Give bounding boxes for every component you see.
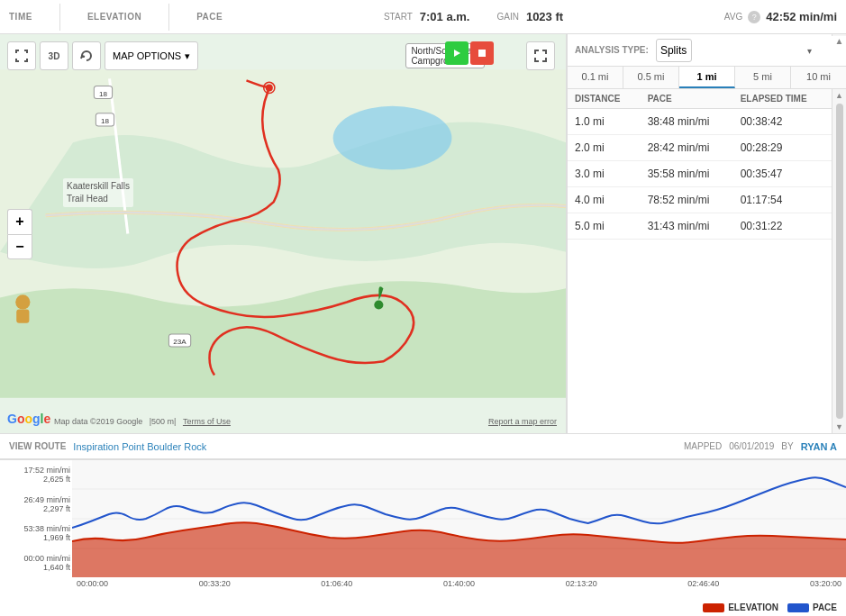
y-label-2: 26:49 min/mi 2,297 ft <box>2 495 70 513</box>
elevation-section: ELEVATION <box>87 12 141 22</box>
x-label-6: 03:20:00 <box>810 579 841 593</box>
table-scroll-down[interactable]: ▼ <box>835 422 843 431</box>
x-label-2: 01:06:40 <box>321 579 352 593</box>
distance-tabs: 0.1 mi 0.5 mi 1 mi 5 mi 10 mi <box>568 67 846 89</box>
gain-value: 1023 ft <box>526 10 563 23</box>
pace-section: PACE <box>196 12 223 22</box>
route-name-link[interactable]: Inspiration Point Boulder Rock <box>73 441 206 452</box>
svg-rect-10 <box>16 310 29 323</box>
chart-y-labels: 17:52 min/mi 2,625 ft 26:49 min/mi 2,297… <box>0 460 72 577</box>
cell-distance-0: 1.0 mi <box>568 109 641 135</box>
pace-legend-label: PACE <box>813 602 837 612</box>
time-section: TIME <box>9 12 32 22</box>
zoom-out-button[interactable]: − <box>7 234 32 259</box>
report-link[interactable]: Report a map error <box>488 417 557 426</box>
avg-value: 42:52 min/mi <box>766 10 837 23</box>
map-toolbar: 3D MAP OPTIONS ▾ <box>7 41 198 70</box>
legend-elevation: ELEVATION <box>703 602 778 612</box>
cell-pace-2: 35:58 min/mi <box>641 161 733 187</box>
svg-rect-1 <box>478 50 486 57</box>
cell-pace-3: 78:52 min/mi <box>641 187 733 213</box>
zoom-controls: + − <box>7 209 32 259</box>
info-icon[interactable]: ? <box>748 11 760 23</box>
divider1 <box>59 4 60 31</box>
y-label-1: 17:52 min/mi 2,625 ft <box>2 466 70 484</box>
elevation-color-swatch <box>703 603 724 612</box>
x-label-5: 02:46:40 <box>687 579 719 593</box>
cell-distance-3: 4.0 mi <box>568 187 641 213</box>
expand-area <box>526 41 555 70</box>
elevation-label: ELEVATION <box>87 12 141 22</box>
refresh-button[interactable] <box>72 41 101 70</box>
content-area: 3D MAP OPTIONS ▾ <box>0 34 846 433</box>
tab-10mi[interactable]: 10 mi <box>791 67 846 88</box>
y-label-4: 00:00 min/mi 1,640 ft <box>2 554 70 572</box>
table-scroll-up[interactable]: ▲ <box>835 91 843 100</box>
splits-table: DISTANCE PACE ELAPSED TIME 1.0 mi 38:48 … <box>568 89 832 240</box>
playback-controls <box>445 41 494 65</box>
chart-svg-wrapper <box>72 460 846 577</box>
cell-distance-1: 2.0 mi <box>568 135 641 161</box>
cell-elapsed-3: 01:17:54 <box>733 187 832 213</box>
expand-button[interactable] <box>526 41 555 70</box>
cell-pace-1: 28:42 min/mi <box>641 135 733 161</box>
cell-distance-4: 5.0 mi <box>568 213 641 240</box>
3d-button[interactable]: 3D <box>40 41 68 70</box>
col-distance: DISTANCE <box>568 89 641 109</box>
tab-5mi[interactable]: 5 mi <box>735 67 791 88</box>
col-elapsed: ELAPSED TIME <box>733 89 832 109</box>
fullscreen-button[interactable] <box>7 41 36 70</box>
svg-text:18: 18 <box>99 90 108 98</box>
trail-label: Kaaterskill Falls Trail Head <box>63 178 133 207</box>
start-label: START <box>384 12 413 22</box>
svg-marker-0 <box>454 50 460 57</box>
svg-point-6 <box>266 84 273 91</box>
tab-0.1mi[interactable]: 0.1 mi <box>568 67 623 88</box>
x-label-3: 01:40:00 <box>443 579 475 593</box>
analysis-type-select[interactable]: Splits <box>656 39 692 62</box>
3d-icon: 3D <box>49 51 60 61</box>
terms-link[interactable]: Terms of Use <box>183 417 231 426</box>
map-area: 3D MAP OPTIONS ▾ <box>0 34 567 433</box>
splits-table-wrapper: DISTANCE PACE ELAPSED TIME 1.0 mi 38:48 … <box>568 89 846 433</box>
table-row: 2.0 mi 28:42 min/mi 00:28:29 <box>568 135 832 161</box>
analysis-type-label: ANALYSIS TYPE: <box>575 45 649 55</box>
header-bar: TIME ELEVATION PACE START 7:01 a.m. GAIN… <box>0 0 846 34</box>
legend-pace: PACE <box>787 602 837 612</box>
table-row: 4.0 mi 78:52 min/mi 01:17:54 <box>568 187 832 213</box>
gain-info: GAIN 1023 ft <box>496 10 563 23</box>
splits-table-container: DISTANCE PACE ELAPSED TIME 1.0 mi 38:48 … <box>568 89 832 433</box>
pace-color-swatch <box>787 603 809 612</box>
table-scrollbar: ▲ ▼ <box>832 89 846 433</box>
google-logo: Google <box>7 412 50 426</box>
svg-point-5 <box>333 106 452 170</box>
trail-line1: Kaaterskill Falls <box>67 180 130 193</box>
svg-text:23A: 23A <box>173 338 186 346</box>
analysis-select-wrapper: Splits ▾ <box>656 39 817 62</box>
svg-point-8 <box>374 300 383 309</box>
play-button[interactable] <box>445 41 468 65</box>
route-footer: VIEW ROUTE Inspiration Point Boulder Roc… <box>0 433 846 458</box>
scroll-up-arrow[interactable]: ▲ <box>835 36 844 46</box>
tab-1mi[interactable]: 1 mi <box>679 67 735 88</box>
table-row: 3.0 mi 35:58 min/mi 00:35:47 <box>568 161 832 187</box>
avg-label: AVG <box>724 12 742 22</box>
scale-bar: |500 m| <box>150 417 177 426</box>
zoom-in-button[interactable]: + <box>7 209 32 234</box>
route-user-link[interactable]: RYAN A <box>801 441 837 452</box>
cell-elapsed-0: 00:38:42 <box>733 109 832 135</box>
map-options-label: MAP OPTIONS <box>113 50 181 61</box>
tab-0.5mi[interactable]: 0.5 mi <box>623 67 679 88</box>
cell-pace-4: 31:43 min/mi <box>641 213 733 240</box>
divider2 <box>168 4 169 31</box>
stop-button[interactable] <box>470 41 494 65</box>
chart-svg <box>72 460 846 577</box>
view-route-label: VIEW ROUTE <box>9 441 66 451</box>
x-label-0: 00:00:00 <box>77 579 108 593</box>
cell-distance-2: 3.0 mi <box>568 161 641 187</box>
splits-header: ANALYSIS TYPE: Splits ▾ <box>568 34 846 67</box>
x-label-4: 02:13:20 <box>566 579 597 593</box>
chart-x-labels: 00:00:00 00:33:20 01:06:40 01:40:00 02:1… <box>72 577 846 595</box>
map-options-button[interactable]: MAP OPTIONS ▾ <box>105 41 198 70</box>
by-label: BY <box>781 441 793 451</box>
